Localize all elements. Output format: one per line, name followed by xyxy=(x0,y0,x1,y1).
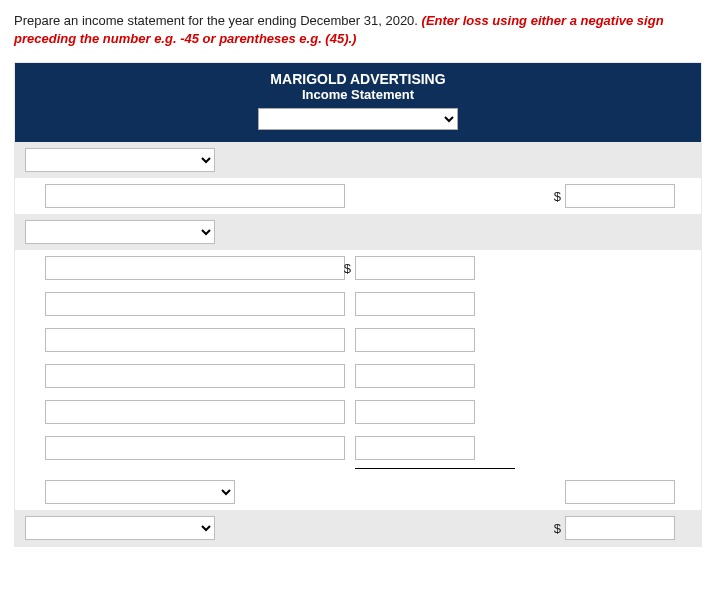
expense-row-3 xyxy=(15,322,701,358)
expense-1-amount-input[interactable] xyxy=(355,256,475,280)
expense-5-label-input[interactable] xyxy=(45,400,345,424)
dollar-sign: $ xyxy=(341,261,355,276)
expense-3-label-input[interactable] xyxy=(45,328,345,352)
section-1-select[interactable] xyxy=(25,148,215,172)
net-income-select[interactable] xyxy=(25,516,215,540)
section-2-heading-row xyxy=(15,214,701,250)
total-expenses-select[interactable] xyxy=(45,480,235,504)
expense-row-2 xyxy=(15,286,701,322)
revenue-label-input[interactable] xyxy=(45,184,345,208)
expense-2-amount-input[interactable] xyxy=(355,292,475,316)
period-select[interactable] xyxy=(258,108,458,130)
dollar-sign: $ xyxy=(551,189,565,204)
expense-row-6 xyxy=(15,430,701,466)
dollar-sign: $ xyxy=(551,521,565,536)
statement-title: Income Statement xyxy=(15,87,701,102)
subtotal-rule-row xyxy=(15,466,701,474)
net-income-amount-input[interactable] xyxy=(565,516,675,540)
net-income-row: $ xyxy=(15,510,701,546)
expense-4-label-input[interactable] xyxy=(45,364,345,388)
income-statement-worksheet: MARIGOLD ADVERTISING Income Statement $ xyxy=(14,62,702,547)
expense-5-amount-input[interactable] xyxy=(355,400,475,424)
expense-6-amount-input[interactable] xyxy=(355,436,475,460)
section-1-heading-row xyxy=(15,142,701,178)
expense-4-amount-input[interactable] xyxy=(355,364,475,388)
expense-row-5 xyxy=(15,394,701,430)
revenue-amount-input[interactable] xyxy=(565,184,675,208)
expense-row-1: $ xyxy=(15,250,701,286)
subtotal-line xyxy=(355,468,515,470)
company-name: MARIGOLD ADVERTISING xyxy=(15,71,701,87)
total-expenses-row xyxy=(15,474,701,510)
expense-1-label-input[interactable] xyxy=(45,256,345,280)
revenue-line-row: $ xyxy=(15,178,701,214)
expense-6-label-input[interactable] xyxy=(45,436,345,460)
expense-2-label-input[interactable] xyxy=(45,292,345,316)
section-2-select[interactable] xyxy=(25,220,215,244)
statement-header: MARIGOLD ADVERTISING Income Statement xyxy=(15,63,701,142)
instruction-main: Prepare an income statement for the year… xyxy=(14,13,422,28)
instruction-text: Prepare an income statement for the year… xyxy=(14,12,702,48)
expense-row-4 xyxy=(15,358,701,394)
total-expenses-amount-input[interactable] xyxy=(565,480,675,504)
expense-3-amount-input[interactable] xyxy=(355,328,475,352)
